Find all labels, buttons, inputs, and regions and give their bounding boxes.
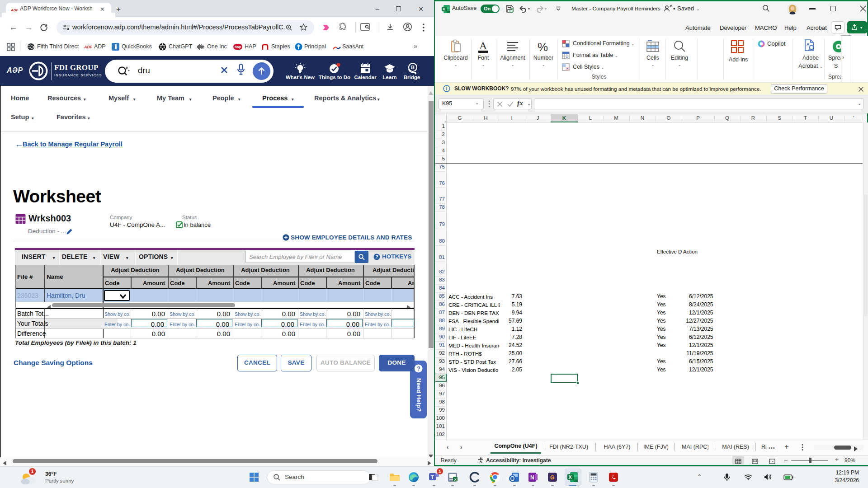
svg-text:X: X	[454, 478, 457, 482]
svg-text:A: A	[807, 42, 810, 47]
svg-text:A: A	[479, 40, 487, 52]
svg-text:?: ?	[417, 365, 420, 372]
svg-text:?: ?	[376, 254, 378, 259]
svg-text:T: T	[431, 474, 434, 480]
svg-text:N: N	[530, 474, 534, 481]
svg-text:G: G	[550, 474, 554, 481]
svg-text:B: B	[411, 65, 415, 70]
svg-text:%: %	[538, 40, 548, 54]
svg-text:X: X	[443, 7, 445, 11]
svg-text:X: X	[569, 474, 572, 480]
svg-text:ADP: ADP	[84, 45, 92, 49]
svg-text:ADP: ADP	[11, 8, 18, 12]
